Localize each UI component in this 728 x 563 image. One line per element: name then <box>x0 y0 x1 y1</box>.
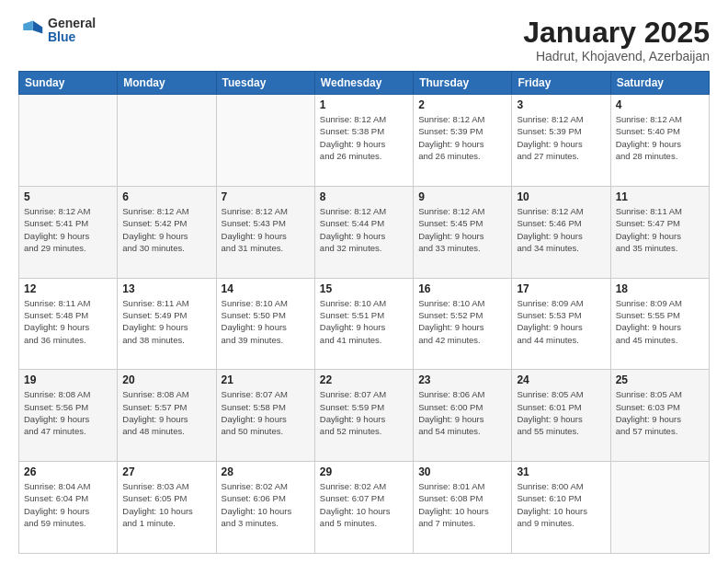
calendar-location: Hadrut, Khojavend, Azerbaijan <box>523 49 710 63</box>
day-number: 17 <box>517 282 605 295</box>
day-info: Sunrise: 8:05 AM Sunset: 6:01 PM Dayligh… <box>517 388 605 437</box>
day-number: 2 <box>418 98 506 111</box>
day-number: 20 <box>122 373 210 386</box>
day-number: 1 <box>320 98 408 111</box>
day-number: 9 <box>418 190 506 203</box>
day-info: Sunrise: 8:12 AM Sunset: 5:44 PM Dayligh… <box>320 205 408 254</box>
day-number: 5 <box>24 190 112 203</box>
calendar-cell: 23Sunrise: 8:06 AM Sunset: 6:00 PM Dayli… <box>414 370 512 462</box>
header: General Blue January 2025 Hadrut, Khojav… <box>18 17 710 63</box>
day-info: Sunrise: 8:07 AM Sunset: 5:59 PM Dayligh… <box>320 388 408 437</box>
day-number: 21 <box>222 373 310 386</box>
calendar-cell: 20Sunrise: 8:08 AM Sunset: 5:57 PM Dayli… <box>118 370 216 462</box>
day-number: 12 <box>24 282 112 295</box>
day-header-wednesday: Wednesday <box>314 72 413 95</box>
calendar-cell: 30Sunrise: 8:01 AM Sunset: 6:08 PM Dayli… <box>414 462 512 554</box>
day-info: Sunrise: 8:10 AM Sunset: 5:51 PM Dayligh… <box>320 297 408 346</box>
day-number: 25 <box>616 373 704 386</box>
day-info: Sunrise: 8:08 AM Sunset: 5:56 PM Dayligh… <box>24 388 112 437</box>
day-number: 8 <box>320 190 408 203</box>
calendar-cell: 17Sunrise: 8:09 AM Sunset: 5:53 PM Dayli… <box>512 278 610 370</box>
day-info: Sunrise: 8:05 AM Sunset: 6:03 PM Dayligh… <box>616 388 704 437</box>
calendar-cell: 4Sunrise: 8:12 AM Sunset: 5:40 PM Daylig… <box>610 95 709 187</box>
calendar-cell: 7Sunrise: 8:12 AM Sunset: 5:43 PM Daylig… <box>216 186 314 278</box>
calendar-cell: 18Sunrise: 8:09 AM Sunset: 5:55 PM Dayli… <box>610 278 709 370</box>
day-number: 19 <box>24 373 112 386</box>
day-header-sunday: Sunday <box>19 72 118 95</box>
day-info: Sunrise: 8:12 AM Sunset: 5:41 PM Dayligh… <box>24 205 112 254</box>
day-info: Sunrise: 8:02 AM Sunset: 6:06 PM Dayligh… <box>222 480 310 529</box>
day-number: 6 <box>122 190 210 203</box>
page: General Blue January 2025 Hadrut, Khojav… <box>0 0 728 563</box>
calendar-cell: 10Sunrise: 8:12 AM Sunset: 5:46 PM Dayli… <box>512 186 610 278</box>
logo: General Blue <box>18 17 96 45</box>
day-info: Sunrise: 8:04 AM Sunset: 6:04 PM Dayligh… <box>24 480 112 529</box>
day-info: Sunrise: 8:12 AM Sunset: 5:45 PM Dayligh… <box>418 205 506 254</box>
calendar-cell: 1Sunrise: 8:12 AM Sunset: 5:38 PM Daylig… <box>314 95 413 187</box>
day-info: Sunrise: 8:01 AM Sunset: 6:08 PM Dayligh… <box>418 480 506 529</box>
logo-general-text: General <box>48 17 96 30</box>
day-number: 28 <box>222 465 310 478</box>
day-number: 18 <box>616 282 704 295</box>
day-number: 29 <box>320 465 408 478</box>
day-number: 27 <box>122 465 210 478</box>
day-number: 3 <box>517 98 605 111</box>
calendar-cell: 25Sunrise: 8:05 AM Sunset: 6:03 PM Dayli… <box>610 370 709 462</box>
calendar-cell: 6Sunrise: 8:12 AM Sunset: 5:42 PM Daylig… <box>118 186 216 278</box>
day-info: Sunrise: 8:12 AM Sunset: 5:42 PM Dayligh… <box>122 205 210 254</box>
day-number: 4 <box>616 98 704 111</box>
calendar-cell: 13Sunrise: 8:11 AM Sunset: 5:49 PM Dayli… <box>118 278 216 370</box>
calendar-cell: 27Sunrise: 8:03 AM Sunset: 6:05 PM Dayli… <box>118 462 216 554</box>
day-number: 24 <box>517 373 605 386</box>
calendar-cell <box>19 95 118 187</box>
logo-icon <box>18 17 44 43</box>
day-info: Sunrise: 8:00 AM Sunset: 6:10 PM Dayligh… <box>517 480 605 529</box>
day-header-monday: Monday <box>118 72 216 95</box>
day-number: 30 <box>418 465 506 478</box>
calendar-cell: 19Sunrise: 8:08 AM Sunset: 5:56 PM Dayli… <box>19 370 118 462</box>
day-info: Sunrise: 8:12 AM Sunset: 5:43 PM Dayligh… <box>222 205 310 254</box>
calendar-cell: 31Sunrise: 8:00 AM Sunset: 6:10 PM Dayli… <box>512 462 610 554</box>
day-info: Sunrise: 8:11 AM Sunset: 5:47 PM Dayligh… <box>616 205 704 254</box>
calendar-cell: 29Sunrise: 8:02 AM Sunset: 6:07 PM Dayli… <box>314 462 413 554</box>
calendar-cell <box>216 95 314 187</box>
day-info: Sunrise: 8:08 AM Sunset: 5:57 PM Dayligh… <box>122 388 210 437</box>
calendar-title: January 2025 <box>523 17 710 49</box>
calendar-cell: 5Sunrise: 8:12 AM Sunset: 5:41 PM Daylig… <box>19 186 118 278</box>
day-info: Sunrise: 8:12 AM Sunset: 5:39 PM Dayligh… <box>517 113 605 162</box>
day-info: Sunrise: 8:12 AM Sunset: 5:40 PM Dayligh… <box>616 113 704 162</box>
day-header-saturday: Saturday <box>610 72 709 95</box>
day-header-friday: Friday <box>512 72 610 95</box>
calendar-cell: 28Sunrise: 8:02 AM Sunset: 6:06 PM Dayli… <box>216 462 314 554</box>
calendar-cell: 15Sunrise: 8:10 AM Sunset: 5:51 PM Dayli… <box>314 278 413 370</box>
calendar-cell <box>610 462 709 554</box>
day-number: 10 <box>517 190 605 203</box>
day-info: Sunrise: 8:12 AM Sunset: 5:46 PM Dayligh… <box>517 205 605 254</box>
day-number: 11 <box>616 190 704 203</box>
day-info: Sunrise: 8:11 AM Sunset: 5:49 PM Dayligh… <box>122 297 210 346</box>
calendar-week-row: 1Sunrise: 8:12 AM Sunset: 5:38 PM Daylig… <box>19 95 710 187</box>
day-number: 26 <box>24 465 112 478</box>
calendar-cell: 21Sunrise: 8:07 AM Sunset: 5:58 PM Dayli… <box>216 370 314 462</box>
calendar-cell: 3Sunrise: 8:12 AM Sunset: 5:39 PM Daylig… <box>512 95 610 187</box>
day-info: Sunrise: 8:02 AM Sunset: 6:07 PM Dayligh… <box>320 480 408 529</box>
day-info: Sunrise: 8:03 AM Sunset: 6:05 PM Dayligh… <box>122 480 210 529</box>
day-number: 7 <box>222 190 310 203</box>
calendar-week-row: 26Sunrise: 8:04 AM Sunset: 6:04 PM Dayli… <box>19 462 710 554</box>
day-number: 31 <box>517 465 605 478</box>
day-info: Sunrise: 8:09 AM Sunset: 5:53 PM Dayligh… <box>517 297 605 346</box>
calendar-cell: 12Sunrise: 8:11 AM Sunset: 5:48 PM Dayli… <box>19 278 118 370</box>
day-info: Sunrise: 8:06 AM Sunset: 6:00 PM Dayligh… <box>418 388 506 437</box>
calendar-header-row: SundayMondayTuesdayWednesdayThursdayFrid… <box>19 72 710 95</box>
calendar-cell: 26Sunrise: 8:04 AM Sunset: 6:04 PM Dayli… <box>19 462 118 554</box>
day-info: Sunrise: 8:11 AM Sunset: 5:48 PM Dayligh… <box>24 297 112 346</box>
calendar-cell: 24Sunrise: 8:05 AM Sunset: 6:01 PM Dayli… <box>512 370 610 462</box>
day-header-thursday: Thursday <box>414 72 512 95</box>
calendar-cell: 9Sunrise: 8:12 AM Sunset: 5:45 PM Daylig… <box>414 186 512 278</box>
title-block: January 2025 Hadrut, Khojavend, Azerbaij… <box>523 17 710 63</box>
calendar-cell: 2Sunrise: 8:12 AM Sunset: 5:39 PM Daylig… <box>414 95 512 187</box>
calendar-cell <box>118 95 216 187</box>
day-number: 22 <box>320 373 408 386</box>
calendar-cell: 11Sunrise: 8:11 AM Sunset: 5:47 PM Dayli… <box>610 186 709 278</box>
calendar-table: SundayMondayTuesdayWednesdayThursdayFrid… <box>18 71 710 554</box>
